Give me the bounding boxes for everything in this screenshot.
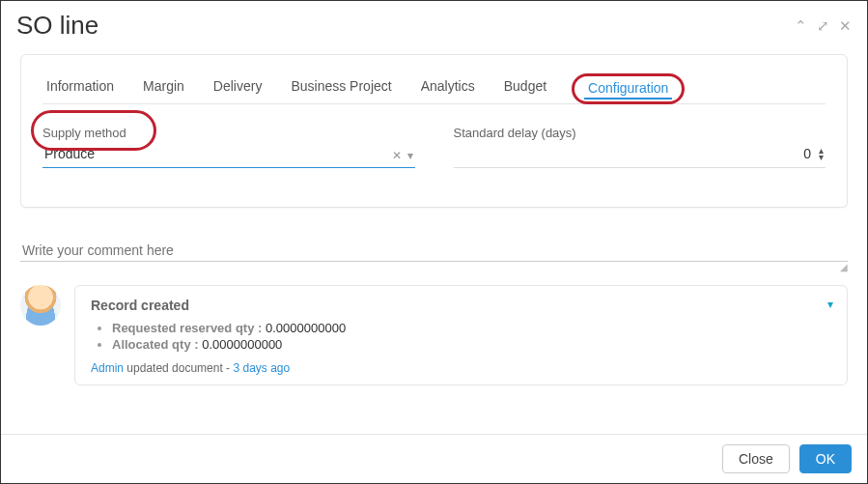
tab-analytics[interactable]: Analytics <box>417 72 479 103</box>
record-card: Record created ▾ Requested reserved qty … <box>74 285 848 385</box>
step-down-icon[interactable]: ▾ <box>819 154 824 160</box>
header-icons: ⌃ ⤢ ✕ <box>795 18 852 33</box>
clear-icon[interactable]: ✕ <box>392 149 402 162</box>
standard-delay-value: 0 <box>803 146 811 161</box>
tab-business-project[interactable]: Business Project <box>287 72 395 103</box>
supply-method-input-icons: ✕ ▾ <box>392 149 413 162</box>
modal-body: Information Margin Delivery Business Pro… <box>1 46 867 434</box>
tab-budget[interactable]: Budget <box>500 72 550 103</box>
list-item: Allocated qty : 0.0000000000 <box>112 337 831 352</box>
form-row: Supply method ✕ ▾ Standard delay (days) … <box>42 126 826 168</box>
record-time-link[interactable]: 3 days ago <box>233 361 290 375</box>
record-item-label: Requested reserved qty : <box>112 321 262 335</box>
so-line-modal: SO line ⌃ ⤢ ✕ Information Margin Deliver… <box>1 1 867 483</box>
standard-delay-label: Standard delay (days) <box>454 126 826 140</box>
record-meta: Admin updated document - 3 days ago <box>91 361 831 375</box>
comments-section: ◢ Record created ▾ Requested reserved qt… <box>20 237 848 385</box>
record-action-text: updated document <box>126 361 222 375</box>
standard-delay-field: Standard delay (days) 0 ▴ ▾ <box>454 126 826 168</box>
config-card: Information Margin Delivery Business Pro… <box>20 54 848 208</box>
tabs: Information Margin Delivery Business Pro… <box>42 72 826 104</box>
record-item-value: 0.0000000000 <box>266 321 346 335</box>
ok-button[interactable]: OK <box>799 444 852 473</box>
tab-margin[interactable]: Margin <box>139 72 188 103</box>
record-entry: Record created ▾ Requested reserved qty … <box>20 285 848 385</box>
modal-footer: Close OK <box>1 434 867 483</box>
close-button[interactable]: Close <box>722 444 790 473</box>
supply-method-input[interactable] <box>42 142 415 168</box>
tab-information[interactable]: Information <box>42 72 118 103</box>
supply-method-field: Supply method ✕ ▾ <box>42 126 415 168</box>
expand-icon[interactable]: ⤢ <box>817 18 829 33</box>
modal-header: SO line ⌃ ⤢ ✕ <box>1 1 867 46</box>
modal-title: SO line <box>16 11 98 41</box>
close-icon[interactable]: ✕ <box>839 18 852 33</box>
record-item-label: Allocated qty : <box>112 337 199 352</box>
tab-delivery[interactable]: Delivery <box>210 72 266 103</box>
standard-delay-input[interactable]: 0 ▴ ▾ <box>454 142 826 168</box>
dropdown-icon[interactable]: ▾ <box>407 149 413 162</box>
record-user-link[interactable]: Admin <box>91 361 124 375</box>
tab-configuration[interactable]: Configuration <box>572 73 685 104</box>
list-item: Requested reserved qty : 0.0000000000 <box>112 321 831 335</box>
avatar <box>20 285 61 326</box>
comment-input[interactable] <box>20 237 848 262</box>
record-title: Record created <box>91 298 831 313</box>
record-item-value: 0.0000000000 <box>202 337 282 352</box>
quantity-stepper[interactable]: ▴ ▾ <box>819 147 824 160</box>
supply-method-label: Supply method <box>42 126 415 140</box>
collapse-icon[interactable]: ⌃ <box>795 18 807 33</box>
record-list: Requested reserved qty : 0.0000000000 Al… <box>91 321 831 352</box>
resize-handle-icon[interactable]: ◢ <box>20 262 848 268</box>
record-toggle-icon[interactable]: ▾ <box>827 298 833 311</box>
